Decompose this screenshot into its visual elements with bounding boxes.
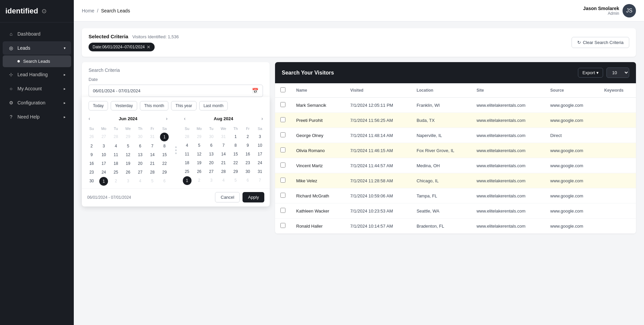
cal-day[interactable]: 12 (122, 151, 134, 159)
cal-day[interactable]: 6 (159, 177, 170, 186)
cal-day[interactable]: 29 (122, 133, 134, 141)
row-name[interactable]: Olivia Romano (291, 143, 345, 158)
sidebar-item-search-leads[interactable]: Search Leads (3, 55, 71, 67)
per-page-select[interactable]: 10 25 50 100 (606, 67, 629, 78)
cal-day[interactable]: 21 (147, 159, 158, 168)
quick-btn-yesterday[interactable]: Yesterday (111, 101, 137, 110)
cal-day[interactable]: 1 (99, 177, 108, 186)
cal-day[interactable]: 5 (194, 141, 205, 149)
cal-day[interactable]: 28 (218, 168, 229, 176)
row-name[interactable]: Kathleen Wacker (291, 203, 345, 219)
cal-day[interactable]: 22 (159, 159, 170, 168)
cal-day[interactable]: 24 (254, 159, 266, 167)
row-checkbox[interactable] (280, 178, 285, 183)
row-name[interactable]: Mark Semancik (291, 98, 345, 113)
sidebar-item-configuration[interactable]: ⚙ Configuration ▸ (3, 96, 71, 109)
cal-day[interactable]: 2 (86, 142, 97, 150)
cal-day[interactable]: 7 (218, 141, 229, 149)
cal-day[interactable]: 27 (206, 168, 217, 176)
avatar[interactable]: JS (623, 4, 636, 17)
cal-left-prev-button[interactable]: ‹ (86, 114, 93, 123)
cal-day[interactable]: 6 (206, 141, 217, 149)
cal-day[interactable]: 5 (122, 142, 134, 150)
cal-day[interactable]: 28 (147, 168, 158, 176)
cal-day[interactable]: 9 (86, 151, 97, 159)
cal-day[interactable]: 3 (98, 142, 109, 150)
cal-day[interactable]: 23 (242, 159, 254, 167)
sidebar-item-dashboard[interactable]: ⌂ Dashboard (3, 27, 71, 41)
cal-right-prev-button[interactable]: ‹ (181, 114, 189, 123)
cal-day[interactable]: 4 (218, 176, 229, 185)
row-name[interactable]: Ronald Haller (291, 219, 345, 234)
row-checkbox[interactable] (280, 162, 285, 168)
cal-day[interactable]: 29 (230, 168, 241, 176)
cal-day[interactable]: 14 (147, 151, 158, 159)
cal-day[interactable]: 30 (242, 168, 254, 176)
cal-day[interactable]: 8 (230, 141, 241, 149)
row-name[interactable]: Preeti Purohit (291, 113, 345, 128)
cal-day[interactable]: 9 (242, 141, 254, 149)
cal-day[interactable]: 25 (181, 168, 193, 176)
cal-day[interactable]: 5 (230, 176, 241, 185)
cal-day[interactable]: 26 (122, 168, 134, 176)
sidebar-item-my-account[interactable]: ○ My Account ▸ (3, 82, 71, 95)
cal-day[interactable]: 4 (135, 177, 146, 186)
export-button[interactable]: Export ▾ (578, 68, 603, 78)
cal-day[interactable]: 7 (147, 142, 158, 150)
row-checkbox[interactable] (280, 223, 285, 228)
cal-day[interactable]: 20 (206, 159, 217, 167)
cal-day[interactable]: 23 (86, 168, 97, 176)
cal-day[interactable]: 13 (135, 151, 146, 159)
cal-day[interactable]: 31 (254, 168, 266, 176)
cal-day[interactable]: 12 (194, 150, 205, 158)
cal-left-next-button[interactable]: › (163, 114, 170, 123)
breadcrumb-home[interactable]: Home (82, 8, 94, 13)
sidebar-item-leads[interactable]: ◎ Leads ▾ (3, 41, 71, 55)
cal-day[interactable]: 4 (110, 142, 121, 150)
cal-day[interactable]: 27 (98, 133, 109, 141)
row-checkbox[interactable] (280, 147, 285, 152)
row-name[interactable]: Mike Velez (291, 173, 345, 188)
cal-day[interactable]: 28 (181, 133, 193, 141)
cal-day[interactable]: 30 (135, 133, 146, 141)
cal-day[interactable]: 1 (230, 133, 241, 141)
cal-day[interactable]: 8 (159, 142, 170, 150)
cal-right-next-button[interactable]: › (259, 114, 266, 123)
cal-day[interactable]: 5 (147, 177, 158, 186)
cal-day[interactable]: 30 (206, 133, 217, 141)
cal-day[interactable]: 16 (86, 159, 97, 168)
cancel-button[interactable]: Cancel (215, 192, 240, 202)
quick-btn-this-month[interactable]: This month (140, 101, 168, 110)
quick-btn-today[interactable]: Today (89, 101, 108, 110)
cal-day-selected-end[interactable]: 1 (183, 176, 192, 185)
cal-day[interactable]: 16 (242, 150, 254, 158)
cal-day[interactable]: 2 (242, 133, 254, 141)
cal-day[interactable]: 7 (254, 176, 266, 185)
cal-day[interactable]: 15 (159, 151, 170, 159)
cal-day[interactable]: 20 (135, 159, 146, 168)
cal-day[interactable]: 31 (147, 133, 158, 141)
cal-day[interactable]: 26 (194, 168, 205, 176)
cal-day[interactable]: 30 (86, 177, 97, 186)
clear-search-criteria-button[interactable]: ↻ Clear Search Criteria (572, 37, 629, 48)
cal-day[interactable]: 6 (135, 142, 146, 150)
cal-day[interactable]: 15 (230, 150, 241, 158)
cal-day[interactable]: 26 (86, 133, 97, 141)
cal-day[interactable]: 25 (110, 168, 121, 176)
cal-day[interactable]: 31 (218, 133, 229, 141)
cal-day[interactable]: 18 (110, 159, 121, 168)
cal-day[interactable]: 2 (194, 176, 205, 185)
select-all-checkbox[interactable] (280, 87, 285, 92)
cal-day[interactable]: 28 (110, 133, 121, 141)
cal-day[interactable]: 6 (242, 176, 254, 185)
cal-day[interactable]: 17 (98, 159, 109, 168)
cal-day[interactable]: 14 (218, 150, 229, 158)
cal-day[interactable]: 4 (181, 141, 193, 149)
row-checkbox[interactable] (280, 102, 285, 107)
row-checkbox[interactable] (280, 193, 285, 198)
cal-day[interactable]: 21 (218, 159, 229, 167)
cal-day[interactable]: 17 (254, 150, 266, 158)
cal-day[interactable]: 3 (122, 177, 134, 186)
cal-day-selected-start[interactable]: 1 (160, 133, 169, 141)
cal-day[interactable]: 18 (181, 159, 193, 167)
